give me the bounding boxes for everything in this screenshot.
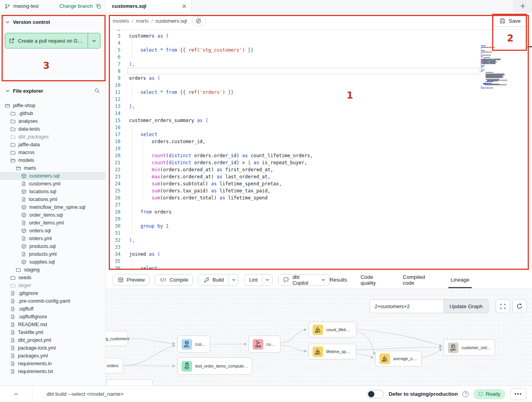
tree-item-data-tests[interactable]: data-tests bbox=[0, 125, 105, 133]
breadcrumb-models[interactable]: models bbox=[113, 18, 129, 24]
tree-item-requirements-txt[interactable]: requirements.txt bbox=[0, 368, 105, 375]
code-line-8[interactable]: 8 bbox=[106, 68, 532, 75]
code-line-19[interactable]: 19 bbox=[106, 145, 532, 152]
code-line-11[interactable]: 11 select * from {{ ref('orders') }} bbox=[106, 89, 532, 96]
code-line-9[interactable]: 9orders as ( bbox=[106, 75, 532, 82]
button-main[interactable]: Build bbox=[199, 275, 228, 285]
more-options-button[interactable]: ••• bbox=[510, 388, 527, 400]
scrollbar-marker[interactable] bbox=[527, 46, 532, 47]
tree-item-target[interactable]: target bbox=[0, 282, 105, 289]
tree-item-analyses[interactable]: analyses bbox=[0, 117, 105, 125]
help-icon[interactable]: ? bbox=[462, 391, 469, 397]
dropdown-caret[interactable] bbox=[262, 275, 272, 285]
tree-item-products-sql[interactable]: products.sql bbox=[0, 242, 105, 250]
code-line-26[interactable]: 26 sum(orders.order_total) as lifetime_s… bbox=[106, 194, 532, 201]
tab-lineage[interactable]: Lineage bbox=[451, 271, 469, 288]
code-line-36[interactable]: 36 select bbox=[106, 265, 532, 271]
tab-code-quality[interactable]: Code quality bbox=[361, 271, 390, 288]
lineage-node-count-lifetime-orders[interactable]: METcount_lifetime_orders bbox=[308, 322, 356, 337]
code-line-7[interactable]: 7), bbox=[106, 61, 532, 68]
copilot-compass-button[interactable] bbox=[192, 16, 206, 26]
compile-button[interactable]: Compile bbox=[155, 274, 193, 286]
tree-item-packages-yml[interactable]: packages.yml bbox=[0, 352, 105, 360]
code-line-16[interactable]: 16 bbox=[106, 124, 532, 131]
code-line-2[interactable]: 2 bbox=[106, 30, 532, 32]
lineage-node-customers[interactable]: MDLcustomers bbox=[177, 336, 210, 353]
code-line-3[interactable]: 3customers as ( bbox=[106, 32, 532, 39]
tree-item--sqlfluff[interactable]: .sqlfluff bbox=[0, 305, 105, 313]
dbt-copilot-button[interactable]: dbt Copilot bbox=[278, 274, 330, 286]
dropdown-caret[interactable] bbox=[228, 275, 238, 285]
tree-item-customers-yml[interactable]: customers.yml bbox=[0, 180, 105, 188]
chevron-up-icon[interactable] bbox=[0, 392, 32, 397]
tree-item-metricflow-time-spine-sql[interactable]: metricflow_time_spine.sql bbox=[0, 203, 105, 211]
code-line-20[interactable]: 20 count(distinct orders.order_id) as co… bbox=[106, 152, 532, 159]
code-line-17[interactable]: 17 select bbox=[106, 131, 532, 138]
button-main[interactable]: Compile bbox=[155, 275, 193, 285]
tree-item-locations-yml[interactable]: locations.yml bbox=[0, 196, 105, 203]
change-branch-link[interactable]: Change branch bbox=[59, 4, 93, 9]
code-line-27[interactable]: 27 bbox=[106, 201, 532, 208]
tree-item-products-yml[interactable]: products.yml bbox=[0, 250, 105, 258]
code-area[interactable]: 23customers as (45 select * from {{ ref(… bbox=[106, 30, 532, 271]
create-pull-request-button[interactable]: Create a pull request on Git… bbox=[5, 33, 101, 48]
tree-item-orders-sql[interactable]: orders.sql bbox=[0, 227, 105, 235]
code-line-21[interactable]: 21 count(distinct orders.order_id) > 1 a… bbox=[106, 159, 532, 166]
tree-item-supplies-sql[interactable]: supplies.sql bbox=[0, 258, 105, 266]
fullscreen-button[interactable] bbox=[496, 299, 510, 313]
tree-item-staging[interactable]: staging bbox=[0, 266, 105, 274]
tree-item-jaffle-shop[interactable]: jaffle-shop bbox=[0, 102, 105, 109]
tree-item-customers-sql[interactable]: customers.sql bbox=[0, 172, 105, 180]
defer-toggle[interactable] bbox=[367, 390, 384, 398]
tree-item-package-lock-yml[interactable]: package-lock.yml bbox=[0, 344, 105, 352]
tree-item-jaffle-data[interactable]: jaffle-data bbox=[0, 141, 105, 149]
new-tab-button[interactable] bbox=[513, 0, 532, 12]
code-line-14[interactable]: 14 bbox=[106, 110, 532, 117]
code-line-5[interactable]: 5 select * from {{ ref('stg_customers') … bbox=[106, 47, 532, 54]
tree-item-readme-md[interactable]: README.md bbox=[0, 321, 105, 328]
tab-results[interactable]: Results bbox=[330, 271, 347, 288]
code-line-30[interactable]: 30 group by 1 bbox=[106, 223, 532, 230]
command-input[interactable]: dbt build --select <model_name> bbox=[32, 391, 367, 397]
code-line-10[interactable]: 10 bbox=[106, 82, 532, 89]
tree-item-models[interactable]: models bbox=[0, 156, 105, 164]
save-button[interactable]: Save bbox=[494, 15, 527, 27]
ready-status-badge[interactable]: Ready bbox=[473, 389, 505, 399]
tree-item-seeds[interactable]: seeds bbox=[0, 274, 105, 282]
code-line-33[interactable]: 33 bbox=[106, 244, 532, 251]
build-button[interactable]: Build bbox=[198, 274, 239, 286]
tree-item-requirements-in[interactable]: requirements.in bbox=[0, 360, 105, 368]
code-line-15[interactable]: 15customer_orders_summary as ( bbox=[106, 117, 532, 124]
button-main[interactable]: Preview bbox=[113, 275, 149, 285]
code-line-22[interactable]: 22 min(orders.ordered_at) as first_order… bbox=[106, 166, 532, 173]
minimap[interactable] bbox=[481, 45, 517, 94]
lineage-node-partial[interactable] bbox=[106, 379, 153, 386]
refresh-button[interactable] bbox=[512, 299, 527, 313]
tab-compiled-code[interactable]: Compiled code bbox=[403, 271, 437, 288]
lineage-filter-input[interactable] bbox=[370, 300, 444, 313]
tree-item--pre-commit-config-yaml[interactable]: .pre-commit-config.yaml bbox=[0, 297, 105, 305]
lineage-node-orders[interactable]: orders bbox=[106, 358, 123, 373]
update-graph-button[interactable]: Update Graph bbox=[444, 300, 488, 313]
lineage-canvas[interactable]: stg_customersordersMDLcustomersTSTtest_o… bbox=[106, 289, 532, 386]
code-line-29[interactable]: 29 bbox=[106, 215, 532, 223]
code-line-25[interactable]: 25 sum(orders.tax_paid) as lifetime_tax_… bbox=[106, 187, 532, 194]
code-line-18[interactable]: 18 orders.customer_id, bbox=[106, 138, 532, 145]
code-line-6[interactable]: 6 bbox=[106, 54, 532, 61]
lineage-node-stg-customers[interactable]: stg_customers bbox=[106, 331, 128, 346]
tab-customers-sql[interactable]: customers.sql bbox=[106, 0, 192, 12]
pr-dropdown-caret[interactable] bbox=[88, 33, 100, 48]
lineage-node-customers[interactable]: SEMcustomers bbox=[248, 336, 280, 353]
code-line-12[interactable]: 12 bbox=[106, 96, 532, 103]
file-explorer-header[interactable]: File explorer bbox=[0, 86, 105, 95]
code-line-4[interactable]: 4 bbox=[106, 39, 532, 47]
code-line-35[interactable]: 35 bbox=[106, 258, 532, 265]
tree-item-order-items-sql[interactable]: order_items.sql bbox=[0, 211, 105, 219]
code-line-23[interactable]: 23 max(orders.ordered_at) as last_ordere… bbox=[106, 173, 532, 180]
tree-item-dbt-packages[interactable]: dbt_packages bbox=[0, 133, 105, 141]
tree-item-marts[interactable]: marts bbox=[0, 164, 105, 172]
lineage-node-average-order-value[interactable]: METaverage_order_value bbox=[375, 351, 422, 366]
tree-item-dbt-project-yml[interactable]: dbt_project.yml bbox=[0, 336, 105, 344]
tree-item--github[interactable]: .github bbox=[0, 109, 105, 117]
code-line-28[interactable]: 28 from orders bbox=[106, 208, 532, 215]
